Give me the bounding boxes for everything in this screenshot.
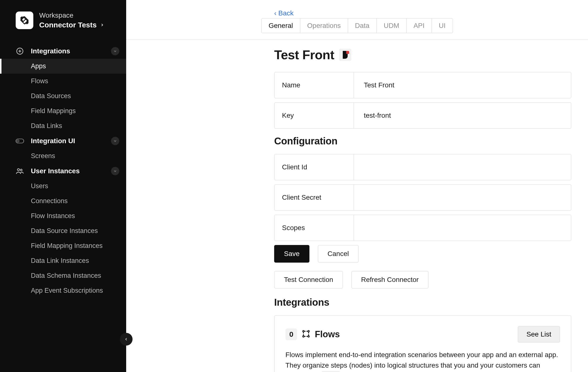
field-label: Scopes [275, 215, 354, 241]
sidebar-item-field-mapping-instances[interactable]: Field Mapping Instances [0, 238, 126, 253]
sidebar-item-data-source-instances[interactable]: Data Source Instances [0, 223, 126, 238]
cancel-button[interactable]: Cancel [318, 245, 359, 263]
flows-label: Flows [315, 329, 340, 339]
field-value[interactable]: Test Front [354, 72, 571, 98]
sidebar: Workspace Connector Tests Integrations A… [0, 0, 126, 372]
field-value[interactable]: test-front [354, 103, 571, 128]
page-title: Test Front [274, 47, 334, 62]
flows-description: Flows implement end-to-end integration s… [285, 349, 560, 372]
tab-bar: General Operations Data UDM API UI [126, 24, 588, 40]
field-key: Key test-front [274, 102, 571, 129]
main-content: ‹ Back General Operations Data UDM API U… [126, 0, 588, 372]
chevron-down-icon [111, 47, 119, 55]
nav-section-integrations[interactable]: Integrations [0, 44, 126, 59]
field-name: Name Test Front [274, 72, 571, 98]
field-label: Key [275, 103, 354, 128]
svg-point-4 [20, 169, 22, 171]
flows-count-badge: 0 [285, 328, 297, 340]
client-id-input[interactable] [354, 154, 571, 180]
plus-circle-icon [16, 47, 25, 55]
scopes-input[interactable] [354, 215, 571, 241]
flows-card: 0 Flows See List Flows implement end-to-… [274, 315, 571, 372]
toggle-icon [16, 138, 25, 144]
users-icon [16, 167, 25, 175]
flows-icon [302, 329, 311, 339]
field-label: Name [275, 72, 354, 98]
tab-ui[interactable]: UI [432, 18, 453, 33]
see-list-button[interactable]: See List [518, 326, 560, 343]
sidebar-item-app-event-subscriptions[interactable]: App Event Subscriptions [0, 283, 126, 298]
nav-section-title: Integration UI [31, 137, 75, 145]
app-icon [339, 49, 351, 61]
field-scopes: Scopes [274, 215, 571, 241]
nav-section-integration-ui[interactable]: Integration UI [0, 133, 126, 149]
docs-link[interactable]: docs [322, 371, 340, 372]
sidebar-item-data-links[interactable]: Data Links [0, 118, 126, 133]
svg-point-5 [303, 331, 304, 332]
field-label: Client Secret [275, 185, 354, 210]
sidebar-item-flows[interactable]: Flows [0, 74, 126, 89]
save-button[interactable]: Save [274, 245, 309, 263]
tab-api[interactable]: API [407, 18, 432, 33]
field-label: Client Id [275, 154, 354, 180]
sidebar-item-data-link-instances[interactable]: Data Link Instances [0, 253, 126, 268]
svg-point-6 [308, 331, 309, 332]
sidebar-item-data-schema-instances[interactable]: Data Schema Instances [0, 268, 126, 283]
refresh-connector-button[interactable]: Refresh Connector [351, 271, 429, 289]
tab-operations[interactable]: Operations [300, 18, 348, 33]
sidebar-item-users[interactable]: Users [0, 179, 126, 194]
client-secret-input[interactable] [354, 185, 571, 210]
sidebar-item-screens[interactable]: Screens [0, 149, 126, 163]
nav-section-user-instances[interactable]: User Instances [0, 163, 126, 179]
workspace-label: Workspace [39, 11, 119, 20]
nav-section-title: User Instances [31, 167, 80, 175]
configuration-heading: Configuration [274, 136, 571, 147]
chevron-down-icon [111, 137, 119, 145]
chevron-right-icon [100, 23, 104, 27]
sidebar-item-flow-instances[interactable]: Flow Instances [0, 209, 126, 223]
svg-point-8 [308, 336, 309, 337]
workspace-name: Connector Tests [39, 20, 97, 30]
nav-section-title: Integrations [31, 47, 70, 55]
test-connection-button[interactable]: Test Connection [274, 271, 343, 289]
field-client-secret: Client Secret [274, 184, 571, 211]
back-link[interactable]: ‹ Back [274, 9, 294, 17]
field-client-id: Client Id [274, 154, 571, 180]
integrations-heading: Integrations [274, 297, 571, 308]
sidebar-item-connections[interactable]: Connections [0, 194, 126, 209]
tab-general[interactable]: General [261, 18, 300, 33]
svg-point-2 [17, 140, 19, 142]
tab-data[interactable]: Data [348, 18, 377, 33]
sidebar-item-data-sources[interactable]: Data Sources [0, 89, 126, 104]
tab-udm[interactable]: UDM [377, 18, 407, 33]
svg-point-3 [17, 169, 20, 171]
workspace-logo-icon [16, 12, 33, 29]
sidebar-item-apps[interactable]: Apps [0, 59, 126, 74]
sidebar-item-field-mappings[interactable]: Field Mappings [0, 104, 126, 118]
workspace-switcher[interactable]: Workspace Connector Tests [0, 11, 126, 30]
chevron-down-icon [111, 167, 119, 175]
svg-point-7 [303, 336, 304, 337]
